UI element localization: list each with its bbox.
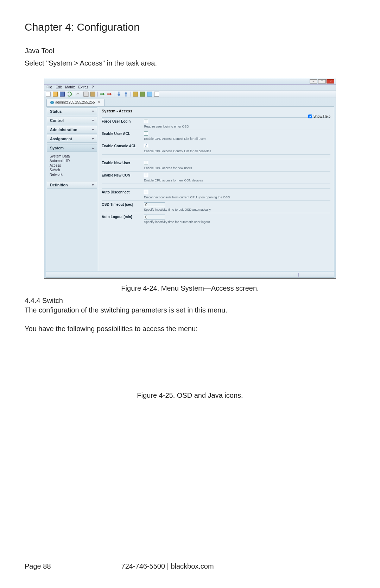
menu-file[interactable]: File — [46, 85, 52, 89]
menu-help[interactable]: ? — [92, 85, 94, 89]
tab-close-icon[interactable]: ✕ — [97, 100, 101, 105]
menu-extras[interactable]: Extras — [78, 85, 88, 89]
sidebar-label: Assignment — [50, 137, 72, 141]
chevron-down-icon: ▾ — [92, 128, 94, 131]
connection-tab[interactable]: admin@255.255.255.255 ✕ — [46, 99, 104, 106]
connect-icon[interactable] — [100, 92, 105, 97]
form-section-2: Enable New User Enable CPU access for ne… — [102, 159, 330, 184]
open-icon[interactable] — [53, 92, 58, 97]
main-panel: System - Access Show Help Force User Log… — [98, 107, 334, 271]
toolbar-separator — [114, 92, 114, 97]
sidebar-item-assignment[interactable]: Assignment ▾ — [47, 135, 97, 143]
maximize-button[interactable]: □ — [318, 79, 326, 83]
device-icon[interactable] — [133, 92, 138, 97]
window-titlebar: – □ ✕ — [44, 78, 336, 85]
statusbar — [46, 272, 334, 278]
help-osd-timeout: Specify inactivity time to quit OSD auto… — [144, 208, 330, 211]
sidebar-sub-switch[interactable]: Switch — [50, 168, 94, 172]
sidebar-label: System — [50, 146, 64, 150]
close-button[interactable]: ✕ — [327, 79, 334, 83]
sidebar-item-control[interactable]: Control ▾ — [47, 117, 97, 124]
toolbar: ✂ — [44, 90, 336, 98]
label-enable-console-acl: Enable Console ACL — [102, 144, 144, 153]
sidebar-label: Control — [50, 118, 64, 123]
tabbar: admin@255.255.255.255 ✕ — [44, 98, 336, 106]
sidebar: Status ▾ Control ▾ Administration ▾ Assi… — [46, 107, 98, 271]
input-osd-timeout[interactable]: 0 — [144, 202, 165, 207]
menu-edit[interactable]: Edit — [56, 85, 62, 89]
label-auto-logout: Auto Logout [min] — [102, 215, 144, 224]
sidebar-system-submenu: System Data Automatic ID Access Switch N… — [46, 153, 98, 180]
figure-25-caption: Figure 4-25. OSD and Java icons. — [25, 391, 355, 400]
subsection-title: 4.4.4 Switch — [25, 297, 355, 305]
menu-matrix[interactable]: Matrix — [65, 85, 75, 89]
checkbox-enable-new-user[interactable] — [144, 161, 148, 165]
help-enable-new-user: Enable CPU access for new users — [144, 166, 330, 170]
figure-24-caption: Figure 4-24. Menu System—Access screen. — [25, 284, 355, 292]
chapter-title: Chapter 4: Configuration — [25, 21, 355, 33]
disconnect-icon[interactable] — [107, 92, 112, 97]
checkbox-enable-console-acl[interactable] — [144, 144, 148, 148]
upload-icon[interactable] — [124, 92, 128, 97]
form-section-3: Auto Disconnect Disconnect console from … — [102, 188, 330, 225]
help-enable-new-con: Enable CPU access for new CON devices — [144, 179, 330, 182]
label-enable-new-user: Enable New User — [102, 161, 144, 170]
sidebar-sub-network[interactable]: Network — [50, 172, 94, 177]
form-section-1: Force User Login Require user login to e… — [102, 117, 330, 155]
cut-icon[interactable]: ✂ — [76, 92, 81, 97]
download-icon[interactable] — [116, 92, 121, 97]
tab-label: admin@255.255.255.255 — [55, 100, 95, 104]
sidebar-item-status[interactable]: Status ▾ — [47, 107, 97, 115]
page-number: Page 88 — [25, 562, 51, 570]
sidebar-label: Status — [50, 109, 62, 113]
chevron-down-icon: ▾ — [92, 119, 94, 122]
screenshot-figure: – □ ✕ File Edit Matrix Extras ? ✂ — [44, 78, 336, 279]
switch-text-2: You have the following possibilities to … — [25, 325, 355, 333]
section-title: Java Tool — [25, 47, 355, 55]
chevron-down-icon: ▾ — [92, 183, 94, 187]
sidebar-item-definition[interactable]: Definition ▾ — [47, 181, 97, 189]
sidebar-label: Administration — [50, 128, 77, 132]
sidebar-item-administration[interactable]: Administration ▾ — [47, 126, 97, 134]
sidebar-sub-automaticid[interactable]: Automatic ID — [50, 159, 94, 163]
show-help-toggle[interactable]: Show Help — [308, 114, 330, 118]
globe-icon — [50, 101, 54, 104]
chevron-up-icon: ▴ — [92, 146, 94, 150]
input-auto-logout[interactable]: 0 — [144, 215, 165, 219]
show-help-checkbox[interactable] — [308, 114, 312, 118]
sidebar-sub-access[interactable]: Access — [50, 163, 94, 168]
paste-icon[interactable] — [90, 92, 95, 97]
sidebar-label: Definition — [50, 183, 68, 187]
copy-icon[interactable] — [83, 92, 88, 97]
sidebar-sub-systemdata[interactable]: System Data — [50, 154, 94, 159]
toolbar-separator — [74, 92, 74, 97]
checkbox-enable-new-con[interactable] — [144, 173, 148, 177]
checkbox-auto-disconnect[interactable] — [144, 190, 148, 194]
sidebar-item-system[interactable]: System ▴ — [47, 144, 97, 152]
divider — [25, 36, 355, 36]
help-auto-logout: Specify inactivity time for automatic us… — [144, 220, 330, 224]
monitor-icon[interactable] — [147, 92, 152, 97]
checkbox-enable-user-acl[interactable] — [144, 131, 148, 136]
footer-contact: 724-746-5500 | blackbox.com — [121, 562, 214, 570]
label-auto-disconnect: Auto Disconnect — [102, 190, 144, 199]
save-icon[interactable] — [60, 92, 65, 97]
statusbar-grip — [292, 273, 299, 277]
minimize-button[interactable]: – — [310, 79, 317, 83]
new-icon[interactable] — [46, 92, 51, 97]
reload-icon[interactable] — [67, 92, 72, 97]
help-enable-user-acl: Enable CPU Access Control List for all u… — [144, 137, 330, 141]
checkbox-force-user-login[interactable] — [144, 119, 148, 123]
menubar: File Edit Matrix Extras ? — [44, 85, 336, 90]
content-area: Status ▾ Control ▾ Administration ▾ Assi… — [46, 106, 334, 271]
switch-text-1: The configuration of the switching param… — [25, 306, 355, 314]
label-osd-timeout: OSD Timeout [sec] — [102, 202, 144, 211]
label-force-user-login: Force User Login — [102, 119, 144, 128]
chevron-down-icon: ▾ — [92, 110, 94, 113]
report-icon[interactable] — [154, 92, 159, 97]
device2-icon[interactable] — [140, 92, 145, 97]
panel-title: System - Access — [98, 107, 334, 115]
help-auto-disconnect: Disconnect console from current CPU upon… — [144, 196, 330, 199]
help-enable-console-acl: Enable CPU Access Control List for all c… — [144, 149, 330, 153]
label-enable-new-con: Enable New CON — [102, 173, 144, 182]
